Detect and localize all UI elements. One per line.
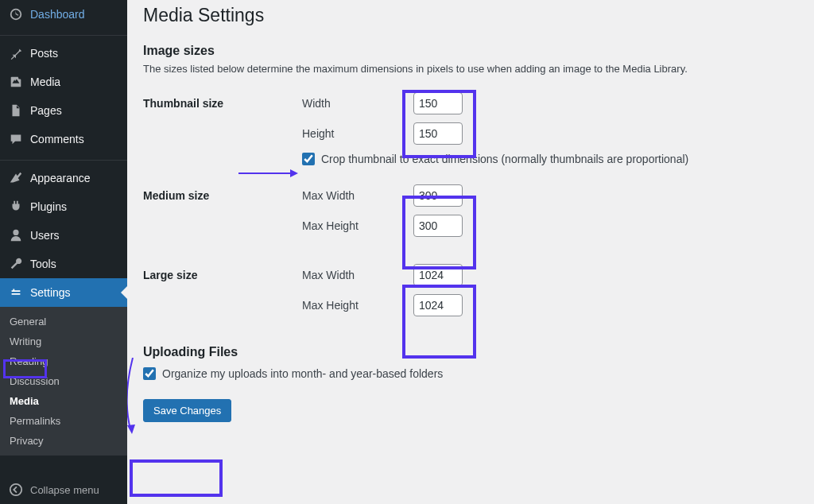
organize-uploads-label: Organize my uploads into month- and year… <box>162 367 443 380</box>
submenu-media[interactable]: Media <box>0 391 127 411</box>
menu-label: Comments <box>30 133 121 145</box>
medium-width-input[interactable] <box>413 184 463 207</box>
medium-width-label: Max Width <box>302 189 413 202</box>
image-sizes-heading: Image sizes <box>143 44 798 58</box>
menu-separator <box>0 157 127 161</box>
medium-height-input[interactable] <box>413 215 463 237</box>
large-width-label: Max Width <box>302 269 413 281</box>
submenu-privacy[interactable]: Privacy <box>0 431 127 451</box>
submenu-discussion[interactable]: Discussion <box>0 371 127 391</box>
annotation-arrow <box>127 358 145 437</box>
menu-label: Posts <box>30 47 121 60</box>
menu-label: Users <box>30 229 121 242</box>
pages-icon <box>8 103 24 118</box>
svg-point-0 <box>10 484 21 495</box>
menu-pages[interactable]: Pages <box>0 96 127 125</box>
collapse-menu[interactable]: Collapse menu <box>0 475 127 504</box>
menu-label: Dashboard <box>30 8 121 21</box>
menu-media[interactable]: Media <box>0 68 127 96</box>
thumbnail-width-input[interactable] <box>413 92 463 114</box>
menu-appearance[interactable]: Appearance <box>0 164 127 192</box>
large-height-input[interactable] <box>413 294 463 316</box>
save-changes-button[interactable]: Save Changes <box>143 399 231 422</box>
collapse-label: Collapse menu <box>30 484 99 496</box>
submenu-permalinks[interactable]: Permalinks <box>0 411 127 431</box>
settings-icon <box>8 285 24 300</box>
menu-users[interactable]: Users <box>0 221 127 250</box>
thumbnail-height-input[interactable] <box>413 122 463 145</box>
thumbnail-width-label: Width <box>302 97 413 110</box>
collapse-icon <box>8 482 24 498</box>
dashboard-icon <box>8 6 24 22</box>
media-icon <box>8 74 24 90</box>
uploading-heading: Uploading Files <box>143 345 798 359</box>
organize-uploads-checkbox[interactable] <box>143 367 156 380</box>
settings-submenu: General Writing Reading Discussion Media… <box>0 307 127 456</box>
pin-icon <box>8 45 24 61</box>
image-sizes-description: The sizes listed below determine the max… <box>143 63 798 75</box>
tools-icon <box>8 256 24 272</box>
menu-posts[interactable]: Posts <box>0 39 127 68</box>
settings-table: Thumbnail size Width Height Crop thumbna… <box>143 83 798 334</box>
medium-row-label: Medium size <box>143 175 302 254</box>
menu-label: Media <box>30 76 121 88</box>
menu-label: Tools <box>30 258 121 270</box>
menu-label: Appearance <box>30 172 121 184</box>
comments-icon <box>8 131 24 147</box>
svg-marker-3 <box>127 425 135 434</box>
admin-sidebar: Dashboard Posts Media Pages Comments App… <box>0 0 127 504</box>
menu-dashboard[interactable]: Dashboard <box>0 0 127 29</box>
large-width-input[interactable] <box>413 264 463 286</box>
menu-comments[interactable]: Comments <box>0 125 127 153</box>
crop-thumbnail-label: Crop thumbnail to exact dimensions (norm… <box>321 153 688 165</box>
plugins-icon <box>8 199 24 215</box>
menu-tools[interactable]: Tools <box>0 250 127 278</box>
submenu-reading[interactable]: Reading <box>0 351 127 371</box>
main-content: Media Settings Image sizes The sizes lis… <box>127 0 814 504</box>
menu-separator <box>0 32 127 36</box>
thumbnail-row-label: Thumbnail size <box>143 83 302 175</box>
crop-thumbnail-checkbox[interactable] <box>302 153 315 165</box>
large-height-label: Max Height <box>302 299 413 312</box>
menu-label: Settings <box>30 286 121 299</box>
menu-label: Pages <box>30 104 121 117</box>
appearance-icon <box>8 170 24 186</box>
menu-label: Plugins <box>30 200 121 213</box>
menu-settings[interactable]: Settings <box>0 278 127 307</box>
annotation-box <box>130 459 223 497</box>
large-row-label: Large size <box>143 254 302 334</box>
menu-plugins[interactable]: Plugins <box>0 192 127 221</box>
medium-height-label: Max Height <box>302 219 413 232</box>
submenu-general[interactable]: General <box>0 312 127 331</box>
thumbnail-height-label: Height <box>302 127 413 140</box>
page-title: Media Settings <box>143 0 798 33</box>
submenu-writing[interactable]: Writing <box>0 331 127 351</box>
users-icon <box>8 227 24 243</box>
